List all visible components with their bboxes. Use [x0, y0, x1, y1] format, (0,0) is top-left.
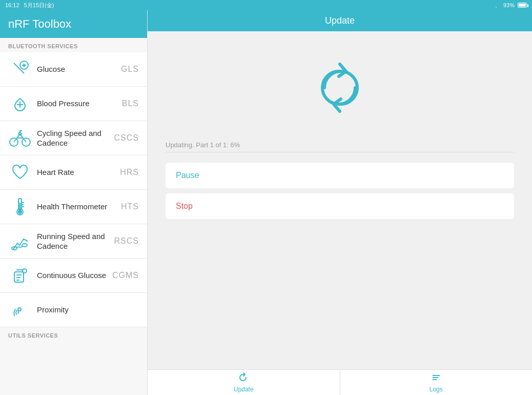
tab-bar: Update Logs: [148, 369, 532, 395]
proximity-label: Proximity: [32, 305, 139, 315]
wifi-icon: [492, 2, 500, 9]
blood-pressure-label: Blood Pressure: [32, 98, 122, 109]
logs-tab-icon: [431, 372, 441, 384]
progress-text: Updating. Part 1 of 1: 6%: [166, 141, 514, 149]
glucose-label: Glucose: [32, 64, 121, 74]
sidebar-item-running[interactable]: Running Speed and Cadence RSCS: [0, 224, 147, 259]
battery-percentage: 93%: [503, 2, 515, 8]
cycling-abbr: CSCS: [114, 133, 139, 143]
status-bar: 16:12 5月15日(金) 93%: [0, 0, 532, 10]
svg-point-16: [22, 244, 27, 247]
proximity-icon: [8, 298, 32, 322]
update-tab-label: Update: [234, 386, 254, 393]
heart-rate-abbr: HRS: [120, 168, 139, 177]
svg-point-22: [18, 308, 21, 311]
tab-logs[interactable]: Logs: [340, 369, 533, 396]
glucose-icon: [8, 57, 32, 81]
cgms-icon: [8, 264, 32, 287]
running-label: Running Speed and Cadence: [32, 231, 114, 251]
thermometer-label: Health Thermometer: [32, 202, 121, 212]
sidebar-item-thermometer[interactable]: Health Thermometer HTS: [0, 190, 147, 224]
heart-rate-icon: [8, 161, 32, 184]
cycling-icon: [8, 126, 32, 150]
sidebar-item-proximity[interactable]: Proximity: [0, 293, 147, 327]
tab-update[interactable]: Update: [148, 369, 340, 396]
battery-icon: [518, 3, 527, 8]
svg-point-18: [23, 269, 27, 273]
bluetooth-section-label: BLUETOOTH SERVICES: [0, 38, 147, 52]
glucose-abbr: GLS: [121, 65, 139, 74]
svg-rect-10: [19, 203, 21, 211]
update-icon-container: [309, 57, 371, 121]
content-header: Update: [148, 10, 532, 31]
running-icon: [8, 229, 32, 253]
status-date: 5月15日(金): [24, 2, 54, 8]
content-area: Update Updating. Part 1 of 1: 6% Pause S…: [148, 10, 532, 395]
update-tab-icon: [238, 372, 249, 384]
update-rotate-icon: [309, 57, 371, 118]
cycling-label: Cycling Speed and Cadence: [32, 128, 114, 148]
cgms-abbr: CGMS: [112, 271, 139, 280]
sidebar: nRF Toolbox BLUETOOTH SERVICES Glucose G…: [0, 10, 148, 395]
cgms-label: Continuous Glucose: [32, 270, 112, 281]
stop-button[interactable]: Stop: [166, 193, 514, 219]
sidebar-item-cycling[interactable]: Cycling Speed and Cadence CSCS: [0, 121, 147, 155]
running-abbr: RSCS: [114, 236, 139, 246]
svg-line-1: [14, 63, 24, 73]
svg-point-0: [496, 7, 497, 8]
content-body: Updating. Part 1 of 1: 6% Pause Stop: [148, 31, 532, 369]
status-time: 16:12: [5, 2, 19, 8]
sidebar-item-cgms[interactable]: Continuous Glucose CGMS: [0, 259, 147, 293]
svg-point-11: [18, 210, 22, 214]
heart-rate-label: Heart Rate: [32, 167, 120, 177]
sidebar-item-heart-rate[interactable]: Heart Rate HRS: [0, 155, 147, 190]
pause-button[interactable]: Pause: [166, 163, 514, 188]
app-title: nRF Toolbox: [0, 10, 147, 38]
sidebar-item-blood-pressure[interactable]: Blood Pressure BLS: [0, 87, 147, 121]
utils-section-label: UTILS SERVICES: [0, 327, 147, 342]
blood-pressure-icon: [8, 92, 32, 115]
sidebar-item-glucose[interactable]: Glucose GLS: [0, 52, 147, 87]
thermometer-abbr: HTS: [121, 202, 139, 211]
blood-pressure-abbr: BLS: [122, 99, 139, 108]
progress-line: [166, 152, 514, 152]
logs-tab-label: Logs: [429, 386, 443, 393]
thermometer-icon: [8, 195, 32, 219]
